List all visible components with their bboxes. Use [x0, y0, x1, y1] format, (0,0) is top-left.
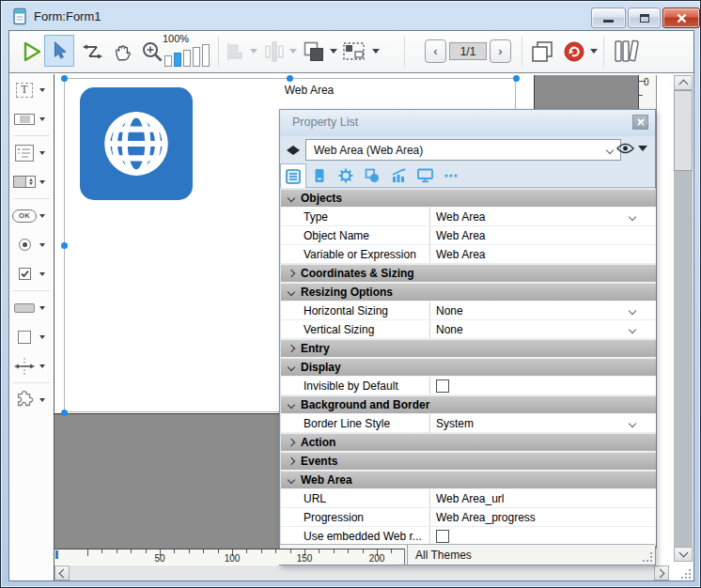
zoom-bar-2-selected[interactable]	[174, 53, 181, 67]
themes-filter[interactable]: All Themes	[407, 545, 472, 565]
tool-dropdown-caret[interactable]	[39, 272, 45, 276]
tool-dropdown-caret[interactable]	[39, 214, 45, 218]
palette-tool-radio-button[interactable]	[9, 231, 54, 258]
property-value-variable-or-expression[interactable]: Web Area	[429, 245, 656, 263]
tool-dropdown-caret[interactable]	[39, 364, 45, 368]
section-background-and-border[interactable]: Background and Border	[281, 395, 656, 414]
minimize-button[interactable]	[591, 8, 626, 28]
section-entry[interactable]: Entry	[281, 339, 656, 358]
property-value-type[interactable]: Web Area	[429, 208, 656, 225]
radio-tool-icon	[19, 239, 31, 251]
horizontal-scrollbar[interactable]	[55, 565, 669, 580]
zoom-bar-1[interactable]	[164, 55, 172, 67]
zoom-bar-5[interactable]	[202, 44, 210, 67]
selection-handle-top-right[interactable]	[513, 75, 520, 82]
checkbox-use-embedded-web-r[interactable]	[436, 530, 449, 543]
tab-properties[interactable]	[280, 163, 306, 188]
tab-more[interactable]	[438, 163, 464, 188]
magnifier-icon	[140, 39, 164, 64]
view-options-button[interactable]	[616, 143, 647, 154]
next-object-button[interactable]	[293, 146, 300, 155]
zoom-bar-3[interactable]	[183, 50, 191, 67]
section-display[interactable]: Display	[281, 358, 656, 377]
pan-tool-button[interactable]	[109, 38, 137, 66]
selection-handle-mid-left[interactable]	[61, 242, 68, 249]
palette-tool-text[interactable]: T	[9, 76, 54, 103]
palette-tool-checkbox[interactable]	[9, 260, 54, 287]
palette-tool-rectangle[interactable]	[9, 323, 54, 350]
property-value-vertical-sizing[interactable]: None	[429, 320, 656, 338]
scroll-left-button[interactable]	[55, 565, 70, 580]
zoom-bar-4[interactable]	[193, 47, 200, 67]
grid-scroll-up[interactable]	[642, 115, 651, 122]
ruler-tick	[101, 549, 102, 553]
group-tool-button[interactable]	[340, 39, 368, 65]
tool-dropdown-caret[interactable]	[39, 151, 45, 155]
palette-tool-list-box[interactable]	[9, 139, 54, 166]
form-pages-button[interactable]	[528, 39, 556, 65]
property-list-titlebar[interactable]: Property List	[280, 110, 655, 136]
move-level-button[interactable]	[301, 39, 327, 65]
checkbox-invisible-by-default[interactable]	[436, 379, 449, 393]
section-web-area[interactable]: Web Area	[281, 471, 656, 489]
vertical-scroll-thumb[interactable]	[674, 90, 693, 171]
tool-dropdown-caret[interactable]	[39, 398, 45, 402]
section-coordinates-sizing[interactable]: Coordinates & Sizing	[281, 264, 656, 283]
tab-style[interactable]	[359, 163, 385, 188]
run-form-button[interactable]	[19, 39, 45, 65]
pointer-tool-button[interactable]	[44, 35, 74, 67]
tool-dropdown-caret[interactable]	[39, 335, 45, 339]
object-selector-dropdown[interactable]: Web Area (Web Area)	[305, 139, 621, 161]
order-dropdown-caret[interactable]	[330, 49, 337, 54]
entry-order-tool-button[interactable]	[79, 39, 107, 65]
window-resize-grip[interactable]	[676, 566, 692, 580]
scroll-down-button[interactable]	[674, 547, 693, 562]
scroll-right-button[interactable]	[654, 565, 669, 580]
tool-dropdown-caret[interactable]	[39, 306, 45, 310]
library-button[interactable]	[611, 38, 645, 66]
selection-handle-bottom-left[interactable]	[61, 410, 68, 416]
property-value-border-line-style[interactable]: System	[429, 414, 656, 432]
palette-tool-plugin-area[interactable]	[9, 386, 54, 413]
section-objects[interactable]: Objects	[281, 189, 656, 208]
tool-dropdown-caret[interactable]	[39, 117, 45, 121]
property-value-url[interactable]: Web Area_url	[429, 489, 656, 507]
palette-tool-splitter[interactable]	[9, 352, 54, 379]
property-label: Invisible by Default	[281, 379, 429, 393]
tab-display[interactable]	[412, 163, 438, 188]
maximize-button[interactable]	[628, 8, 661, 28]
previous-page-button[interactable]: ‹	[425, 39, 446, 63]
group-dropdown-caret[interactable]	[372, 49, 380, 54]
selection-handle-top-center[interactable]	[287, 75, 293, 82]
close-button[interactable]	[662, 8, 700, 28]
section-action[interactable]: Action	[281, 433, 656, 452]
next-page-button[interactable]: ›	[490, 39, 511, 63]
palette-tool-button[interactable]: OK	[9, 202, 54, 229]
panel-resize-grip[interactable]	[641, 550, 652, 562]
property-value-invisible-by-default[interactable]	[429, 377, 656, 395]
palette-tool-stepper[interactable]	[9, 168, 54, 195]
badges-dropdown-caret[interactable]	[590, 49, 598, 54]
section-events[interactable]: Events	[281, 452, 656, 471]
property-value-use-embedded-web-r[interactable]	[429, 527, 656, 545]
section-resizing-options[interactable]: Resizing Options	[281, 283, 656, 302]
tab-chart[interactable]	[385, 163, 412, 188]
property-value-object-name[interactable]: Web Area	[429, 226, 656, 244]
property-value-horizontal-sizing[interactable]: None	[429, 302, 656, 319]
scroll-up-button[interactable]	[674, 75, 693, 90]
badges-button[interactable]	[563, 40, 585, 63]
palette-tool-input[interactable]	[9, 105, 54, 132]
tab-theme-book[interactable]	[306, 163, 333, 188]
tool-dropdown-caret[interactable]	[39, 180, 45, 184]
tab-settings[interactable]	[333, 163, 359, 188]
previous-object-button[interactable]	[287, 146, 293, 155]
selection-handle-top-left[interactable]	[61, 75, 68, 82]
palette-separator	[13, 382, 50, 383]
splitter-tool-icon	[14, 357, 35, 376]
property-value-progression[interactable]: Web Area_progress	[429, 508, 656, 526]
vertical-scrollbar[interactable]	[674, 75, 693, 562]
tool-dropdown-caret[interactable]	[39, 88, 45, 92]
palette-tool-static-field[interactable]	[9, 294, 54, 321]
tool-dropdown-caret[interactable]	[39, 243, 45, 247]
title-bar[interactable]: Form:Form1	[2, 2, 699, 30]
